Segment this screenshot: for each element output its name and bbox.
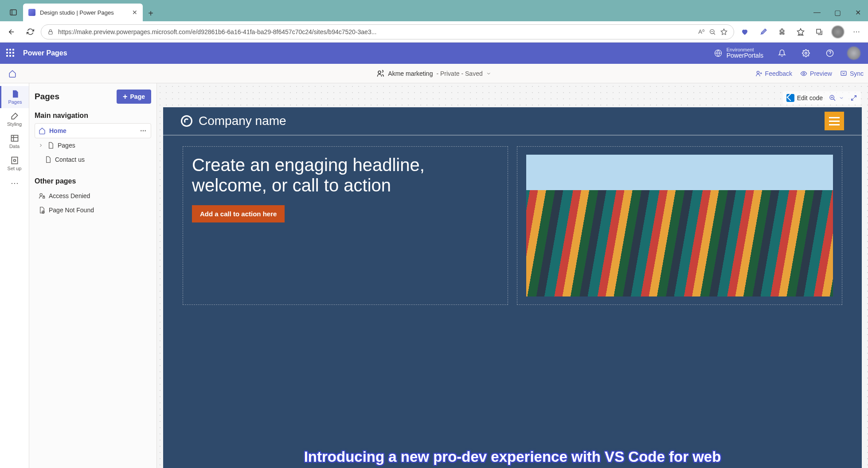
item-more-icon[interactable]: ⋯	[140, 127, 147, 134]
tree-item-pages[interactable]: Pages	[35, 138, 151, 152]
browser-toolbar: https://make.preview.powerpages.microsof…	[0, 21, 868, 43]
svg-line-4	[714, 33, 715, 34]
design-canvas: Edit code Company name Create an engag	[157, 83, 868, 468]
window-close-icon[interactable]: ✕	[848, 4, 868, 21]
workspace: Pages Styling Data Set up ⋯ Pages + Page…	[0, 83, 868, 468]
chevron-right-icon[interactable]	[38, 143, 43, 148]
site-preview[interactable]: Company name Create an engaging headline…	[163, 107, 862, 468]
promo-banner: Introducing a new pro-dev experience wit…	[163, 446, 862, 468]
new-tab-button[interactable]: +	[143, 5, 159, 21]
hero-image[interactable]	[526, 155, 833, 296]
hamburger-menu[interactable]	[825, 112, 844, 130]
zoom-icon[interactable]	[709, 28, 716, 35]
plus-icon: +	[123, 93, 128, 101]
brush-icon	[10, 112, 19, 121]
favicon-icon	[28, 9, 35, 16]
section-other: Other pages	[35, 177, 151, 185]
canvas-toolbar: Edit code	[783, 91, 861, 105]
brand-logo-icon	[181, 115, 192, 127]
window-maximize-icon[interactable]: ▢	[827, 4, 848, 21]
user-avatar[interactable]	[846, 45, 862, 61]
rail-pages[interactable]: Pages	[0, 86, 29, 108]
svg-point-19	[13, 160, 16, 162]
ext-feather-icon[interactable]	[755, 24, 771, 40]
hero-section[interactable]: Create an engaging headline, welcome, or…	[163, 136, 862, 316]
chevron-down-icon	[486, 71, 492, 76]
rail-more[interactable]: ⋯	[0, 175, 29, 191]
notifications-icon[interactable]	[774, 45, 790, 61]
site-status: - Private - Saved	[436, 70, 482, 77]
more-icon[interactable]: ⋯	[848, 24, 864, 40]
expand-button[interactable]	[850, 94, 857, 101]
hero-text-column[interactable]: Create an engaging headline, welcome, or…	[183, 146, 508, 305]
preview-button[interactable]: Preview	[800, 70, 832, 77]
sync-icon	[840, 70, 847, 77]
site-brand[interactable]: Company name	[181, 114, 286, 128]
svg-rect-18	[12, 157, 17, 164]
tree-item-contact[interactable]: Contact us	[35, 152, 151, 167]
browser-titlebar: Design studio | Power Pages ✕ + — ▢ ✕	[0, 0, 868, 21]
favorites-icon[interactable]	[793, 24, 809, 40]
tree-item-access-denied[interactable]: Access Denied	[35, 189, 151, 203]
address-bar[interactable]: https://make.preview.powerpages.microsof…	[41, 24, 734, 39]
reader-icon[interactable]: A⁰	[698, 28, 704, 35]
window-minimize-icon[interactable]: —	[807, 4, 827, 21]
feedback-button[interactable]: Feedback	[755, 70, 792, 77]
page-icon	[44, 156, 51, 163]
rail-setup[interactable]: Set up	[0, 152, 29, 175]
sync-button[interactable]: Sync	[840, 70, 864, 77]
section-main-nav: Main navigation	[35, 112, 151, 120]
people-icon	[376, 70, 384, 78]
rail-data[interactable]: Data	[0, 130, 29, 152]
person-lock-icon	[38, 192, 45, 199]
url-text: https://make.preview.powerpages.microsof…	[58, 28, 694, 35]
env-value: PowerPortals	[727, 52, 763, 59]
svg-rect-2	[49, 31, 52, 34]
rail-styling[interactable]: Styling	[0, 108, 29, 130]
svg-point-13	[803, 73, 805, 74]
ext-heart-icon[interactable]	[737, 24, 753, 40]
eye-icon	[800, 70, 807, 77]
refresh-button[interactable]	[22, 24, 38, 40]
add-page-button[interactable]: + Page	[117, 90, 151, 104]
app-header: Power Pages Environment PowerPortals	[0, 43, 868, 64]
svg-rect-0	[10, 10, 16, 15]
panel-title: Pages	[35, 92, 59, 101]
tree-item-home[interactable]: Home ⋯	[35, 123, 151, 138]
back-button[interactable]	[4, 24, 20, 40]
svg-line-24	[833, 99, 835, 101]
tree-item-not-found[interactable]: Page Not Found	[35, 203, 151, 217]
globe-icon	[714, 49, 722, 57]
profile-avatar[interactable]	[830, 24, 846, 40]
environment-picker[interactable]: Environment PowerPortals	[727, 47, 763, 59]
settings-icon[interactable]	[798, 45, 814, 61]
tab-actions-icon[interactable]	[4, 4, 23, 21]
site-picker[interactable]: Akme marketing - Private - Saved	[376, 70, 491, 78]
page-icon	[11, 90, 20, 98]
svg-rect-14	[841, 71, 846, 75]
edit-code-button[interactable]: Edit code	[786, 94, 823, 102]
zoom-button[interactable]	[829, 94, 844, 101]
page-error-icon	[38, 207, 45, 214]
waffle-icon[interactable]	[6, 49, 15, 58]
setup-icon	[10, 156, 19, 165]
svg-point-12	[757, 71, 759, 73]
cta-button[interactable]: Add a call to action here	[192, 205, 285, 222]
help-icon[interactable]	[822, 45, 838, 61]
table-icon	[10, 134, 19, 143]
left-rail: Pages Styling Data Set up ⋯	[0, 83, 29, 468]
company-name: Company name	[199, 114, 286, 128]
hero-headline[interactable]: Create an engaging headline, welcome, or…	[192, 155, 499, 195]
collections-icon[interactable]	[811, 24, 827, 40]
vscode-icon	[786, 94, 794, 102]
tab-close-icon[interactable]: ✕	[132, 9, 137, 16]
tab-title: Design studio | Power Pages	[40, 9, 128, 16]
favorite-icon[interactable]	[720, 28, 727, 35]
hero-image-column[interactable]	[517, 146, 842, 305]
extensions-icon[interactable]	[774, 24, 790, 40]
browser-tab[interactable]: Design studio | Power Pages ✕	[23, 4, 143, 21]
home-icon[interactable]	[4, 66, 20, 82]
svg-point-20	[40, 194, 42, 196]
site-name: Akme marketing	[388, 70, 433, 77]
app-name[interactable]: Power Pages	[23, 49, 67, 57]
